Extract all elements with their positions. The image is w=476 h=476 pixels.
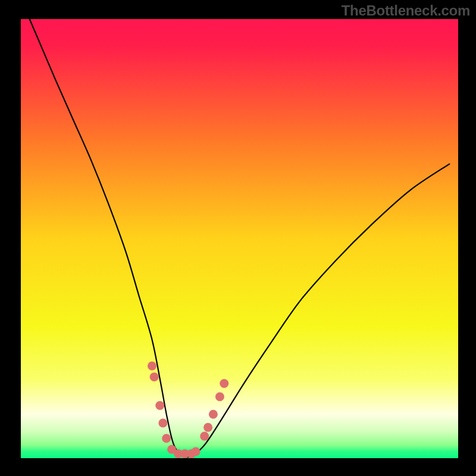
marker-dot [150, 372, 159, 381]
marker-dot [148, 362, 156, 371]
marker-dot [203, 423, 212, 432]
marker-dot [162, 434, 171, 443]
marker-dot [220, 379, 228, 388]
gradient-background [21, 19, 458, 458]
marker-dot [192, 447, 201, 456]
marker-dot [215, 392, 224, 401]
plot-area [21, 19, 458, 458]
watermark-text: TheBottleneck.com [342, 2, 470, 19]
marker-dot [209, 410, 218, 419]
marker-dot [158, 418, 167, 427]
marker-dot [200, 432, 209, 441]
bottleneck-chart [21, 19, 458, 458]
marker-dot [155, 401, 164, 410]
chart-frame: TheBottleneck.com [0, 0, 476, 476]
